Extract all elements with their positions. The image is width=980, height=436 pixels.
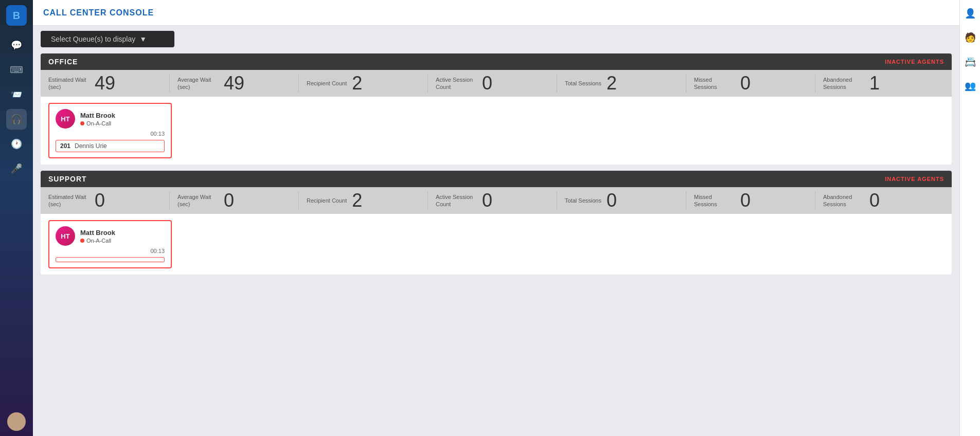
right-sidebar: 👤 🧑 📇 👥: [959, 0, 980, 436]
queue-selector-label: Select Queue(s) to display: [51, 35, 135, 43]
chevron-down-icon: ▼: [139, 35, 147, 43]
office-inactive-label: INACTIVE AGENTS: [885, 59, 944, 65]
support-total-sessions-label: Total Sessions: [565, 197, 601, 204]
person-icon[interactable]: 🧑: [962, 29, 978, 46]
support-average-wait: Average Wait (sec) 0: [170, 191, 299, 210]
support-estimated-wait: Estimated Wait (sec) 0: [48, 191, 170, 210]
support-active-session-count: Active Session Count 0: [428, 191, 557, 210]
office-average-wait-label: Average Wait (sec): [177, 76, 219, 91]
office-recipient-count-label: Recipient Count: [307, 80, 347, 87]
office-agent-timer: 00:13: [56, 131, 165, 137]
support-agent-timer: 00:13: [56, 248, 165, 254]
support-agent-call-info: [56, 257, 165, 262]
support-agent-info: Matt Brook On-A-Call: [80, 229, 165, 244]
support-abandoned-sessions-label: Abandoned Sessions: [823, 193, 864, 208]
office-missed-sessions-label: Missed Sessions: [694, 76, 735, 91]
office-queue-title: OFFICE: [48, 58, 78, 66]
office-agent-call-info: 201 Dennis Urie: [56, 140, 165, 152]
user-avatar[interactable]: [7, 412, 26, 431]
office-missed-sessions: Missed Sessions 0: [686, 74, 815, 93]
office-recipient-count: Recipient Count 2: [299, 74, 428, 93]
main-content: CALL CENTER CONSOLE Select Queue(s) to d…: [33, 0, 959, 436]
app-logo: B: [6, 5, 27, 26]
group-icon[interactable]: 👥: [962, 78, 978, 94]
office-status-dot: [80, 121, 84, 125]
chat-icon[interactable]: 💬: [6, 35, 27, 56]
support-missed-sessions-label: Missed Sessions: [694, 193, 735, 208]
support-inactive-label: INACTIVE AGENTS: [885, 176, 944, 182]
office-total-sessions-label: Total Sessions: [565, 80, 601, 87]
office-queue-header: OFFICE INACTIVE AGENTS: [41, 53, 952, 70]
office-average-wait: Average Wait (sec) 49: [170, 74, 299, 93]
support-recipient-count-value: 2: [352, 191, 362, 210]
support-recipient-count: Recipient Count 2: [299, 191, 428, 210]
headset-icon[interactable]: 🎧: [6, 109, 27, 130]
support-queue-section: SUPPORT INACTIVE AGENTS Estimated Wait (…: [41, 171, 952, 275]
office-active-session-count-label: Active Session Count: [436, 76, 477, 91]
page-title: CALL CENTER CONSOLE: [43, 8, 154, 17]
office-agent-avatar: HT: [56, 109, 75, 129]
office-active-session-count-value: 0: [482, 74, 492, 93]
contacts-icon[interactable]: 📇: [962, 53, 978, 70]
history-icon[interactable]: 🕐: [6, 134, 27, 154]
left-sidebar: B 💬 ⌨ 📨 🎧 🕐 🎤: [0, 0, 33, 436]
office-abandoned-sessions: Abandoned Sessions 1: [815, 74, 944, 93]
mic-icon[interactable]: 🎤: [6, 158, 27, 179]
support-missed-sessions-value: 0: [740, 191, 751, 210]
office-status-label: On-A-Call: [86, 120, 111, 126]
office-queue-section: OFFICE INACTIVE AGENTS Estimated Wait (s…: [41, 53, 952, 165]
topbar: CALL CENTER CONSOLE: [33, 0, 959, 26]
support-status-label: On-A-Call: [86, 238, 111, 244]
support-agent-card-top: HT Matt Brook On-A-Call: [56, 226, 165, 246]
support-active-session-count-label: Active Session Count: [436, 193, 477, 208]
office-total-sessions: Total Sessions 2: [557, 74, 686, 93]
office-agent-name: Matt Brook: [80, 112, 165, 119]
support-stats-row: Estimated Wait (sec) 0 Average Wait (sec…: [41, 187, 952, 214]
support-agent-card-mattbrook[interactable]: HT Matt Brook On-A-Call 00:13: [48, 220, 172, 268]
support-agent-avatar: HT: [56, 226, 75, 246]
office-agent-card-mattbrook[interactable]: HT Matt Brook On-A-Call 00:13 201 Dennis: [48, 103, 172, 158]
support-agent-status: On-A-Call: [80, 238, 165, 244]
support-missed-sessions: Missed Sessions 0: [686, 191, 815, 210]
support-abandoned-sessions: Abandoned Sessions 0: [815, 191, 944, 210]
dialpad-icon[interactable]: ⌨: [6, 60, 27, 80]
office-stats-row: Estimated Wait (sec) 49 Average Wait (se…: [41, 70, 952, 97]
support-agents-area: HT Matt Brook On-A-Call 00:13: [41, 214, 952, 275]
office-missed-sessions-value: 0: [740, 74, 751, 93]
voicemail-icon[interactable]: 📨: [6, 84, 27, 105]
support-average-wait-value: 0: [224, 191, 234, 210]
content-area: Select Queue(s) to display ▼ OFFICE INAC…: [33, 26, 959, 436]
support-average-wait-label: Average Wait (sec): [177, 193, 219, 208]
office-call-ext: 201: [60, 142, 70, 150]
support-estimated-wait-label: Estimated Wait (sec): [48, 193, 90, 208]
support-recipient-count-label: Recipient Count: [307, 197, 347, 204]
office-call-name: Dennis Urie: [75, 142, 107, 150]
office-agents-area: HT Matt Brook On-A-Call 00:13 201 Dennis: [41, 97, 952, 165]
office-average-wait-value: 49: [224, 74, 244, 93]
office-agent-info: Matt Brook On-A-Call: [80, 112, 165, 126]
office-estimated-wait: Estimated Wait (sec) 49: [48, 74, 170, 93]
support-queue-header: SUPPORT INACTIVE AGENTS: [41, 171, 952, 187]
support-active-session-count-value: 0: [482, 191, 492, 210]
office-active-session-count: Active Session Count 0: [428, 74, 557, 93]
office-recipient-count-value: 2: [352, 74, 362, 93]
support-agent-name: Matt Brook: [80, 229, 165, 237]
support-status-dot: [80, 239, 84, 243]
user-profile-icon[interactable]: 👤: [962, 5, 978, 22]
office-abandoned-sessions-label: Abandoned Sessions: [823, 76, 864, 91]
support-abandoned-sessions-value: 0: [869, 191, 880, 210]
office-estimated-wait-value: 49: [95, 74, 115, 93]
office-total-sessions-value: 2: [607, 74, 617, 93]
queue-selector-button[interactable]: Select Queue(s) to display ▼: [41, 31, 174, 47]
support-estimated-wait-value: 0: [95, 191, 105, 210]
support-total-sessions: Total Sessions 0: [557, 191, 686, 210]
office-abandoned-sessions-value: 1: [869, 74, 880, 93]
office-agent-status: On-A-Call: [80, 120, 165, 126]
support-queue-title: SUPPORT: [48, 175, 87, 183]
office-estimated-wait-label: Estimated Wait (sec): [48, 76, 90, 91]
office-agent-card-top: HT Matt Brook On-A-Call: [56, 109, 165, 129]
support-total-sessions-value: 0: [607, 191, 617, 210]
